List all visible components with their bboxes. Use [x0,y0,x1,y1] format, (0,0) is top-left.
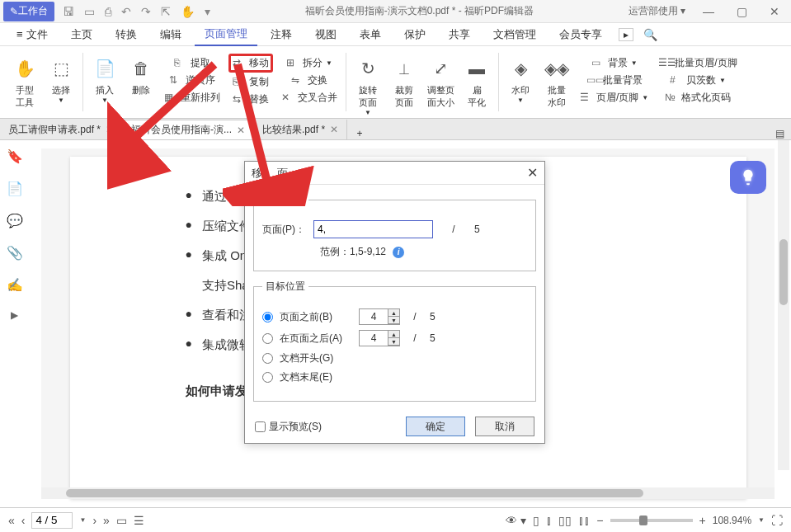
reverse-button[interactable]: ⇅逆页序 [167,73,217,88]
select-button[interactable]: ⬚选择▼ [46,51,76,106]
layout-continuous-icon[interactable]: ⫿ [546,514,552,527]
open-icon[interactable]: ▭ [84,5,95,18]
scrollbar-thumb[interactable] [66,489,643,497]
spin-down-icon[interactable]: ▼ [388,338,399,346]
zoom-out-button[interactable]: − [596,514,603,527]
hand-tool-button[interactable]: ✋手型 工具 [10,51,40,111]
view-mode-icon[interactable]: ▭ [116,514,127,527]
view-mode-icon[interactable]: ☰ [134,514,144,527]
export-icon[interactable]: ⇱ [161,5,171,18]
pages-icon[interactable]: 📄 [7,181,23,196]
workspace-button[interactable]: ✎ 工作台 [3,2,54,21]
menu-edit[interactable]: 编辑 [150,24,191,45]
layout-facing-icon[interactable]: ▯▯ [558,514,572,527]
tab-overflow-icon[interactable]: ▤ [775,128,784,139]
menu-convert[interactable]: 转换 [106,24,147,45]
spin-up-icon[interactable]: ▲ [388,331,399,338]
ok-button[interactable]: 确定 [406,417,465,436]
header-footer-button[interactable]: ☰页眉/页脚 ▼ [578,90,650,106]
spin-up-icon[interactable]: ▲ [388,309,399,317]
swap-button[interactable]: ⇋交换 [290,73,329,88]
redo-icon[interactable]: ↷ [141,5,151,18]
page-spinner[interactable]: 4▲▼ [359,330,400,346]
zoom-slider[interactable] [610,519,693,522]
merge-button[interactable]: ✕交叉合并 [280,90,339,106]
menu-vip[interactable]: 会员专享 [549,24,612,45]
user-label[interactable]: 运营部使用 ▾ [629,4,685,18]
page-spinner[interactable]: 4▲▼ [359,308,400,325]
close-window-button[interactable]: ✕ [758,5,791,18]
save-icon[interactable]: 🖫 [63,5,74,18]
radio-input[interactable] [262,372,273,383]
batch-background-button[interactable]: ▭▭批量背景 [585,73,644,88]
spin-down-icon[interactable]: ▼ [388,317,399,324]
comments-icon[interactable]: 💬 [7,213,23,228]
rearrange-button[interactable]: ▦重新排列 [162,90,222,106]
watermark-button[interactable]: ◈水印▼ [506,51,535,106]
close-tab-icon[interactable]: ✕ [237,125,245,136]
extract-button[interactable]: ⎘提取 [172,55,212,71]
close-tab-icon[interactable]: ✕ [330,124,338,135]
menu-comment[interactable]: 注释 [261,24,302,45]
show-preview-checkbox[interactable]: 显示预览(S) [255,420,322,434]
zoom-dropdown-icon[interactable]: ▼ [758,516,765,524]
hand-icon[interactable]: ✋ [181,5,195,18]
radio-doc-end[interactable]: 文档末尾(E) [262,370,527,384]
scrollbar-thumb[interactable] [779,239,788,305]
replace-button[interactable]: ⇆替换 [231,92,271,107]
flatten-button[interactable]: ▬扁 平化 [462,51,492,111]
previous-page-button[interactable]: ‹ [21,514,26,527]
minimize-button[interactable]: — [692,5,725,18]
layout-single-icon[interactable]: ▯ [533,514,539,527]
bates-button[interactable]: #贝茨数 ▼ [668,73,727,88]
radio-input[interactable] [262,312,273,322]
search-icon[interactable]: 🔍 [643,28,657,41]
radio-input[interactable] [262,353,273,364]
batch-watermark-button[interactable]: ◈◈批量 水印 [542,51,572,111]
radio-input[interactable] [262,333,273,344]
menu-home[interactable]: 主页 [61,24,102,45]
visibility-icon[interactable]: 👁 ▾ [506,514,526,527]
next-page-button[interactable]: › [92,514,97,527]
batch-header-footer-button[interactable]: ☰☰批量页眉/页脚 [657,55,738,71]
maximize-button[interactable]: ▢ [725,5,758,18]
menu-docmgmt[interactable]: 文档管理 [483,24,546,45]
expand-sidenav-icon[interactable]: ▶ [11,309,18,321]
page-range-input[interactable] [313,220,433,238]
menu-scroll-right[interactable]: ▸ [619,28,633,41]
document-tab[interactable]: 员工请假申请表.pdf *✕ [0,120,123,139]
vertical-scrollbar[interactable] [778,140,789,470]
info-icon[interactable]: i [393,247,404,258]
hint-bulb-button[interactable] [730,161,766,194]
copy-button[interactable]: ⎘复制 [231,74,271,90]
insert-button[interactable]: 📄插入▼ [90,51,120,106]
move-button[interactable]: ⇄移动 [228,54,273,73]
horizontal-scrollbar[interactable] [41,487,775,499]
resize-button[interactable]: ⤢调整页 面大小 [426,51,455,111]
document-tab[interactable]: 比较结果.pdf *✕ [254,120,347,139]
first-page-button[interactable]: « [8,514,15,527]
zoom-level-label[interactable]: 108.94% [713,515,751,526]
menu-form[interactable]: 表单 [350,24,391,45]
split-button[interactable]: ⊞拆分 ▼ [285,55,334,71]
last-page-button[interactable]: » [103,514,110,527]
signature-icon[interactable]: ✍ [7,277,23,293]
fullscreen-button[interactable]: ⛶ [771,514,783,527]
zoom-in-button[interactable]: + [699,514,706,527]
menu-protect[interactable]: 保护 [394,24,436,45]
cancel-button[interactable]: 取消 [475,417,534,436]
dialog-close-button[interactable]: ✕ [527,165,538,181]
radio-after-page[interactable]: 在页面之后(A) 4▲▼ / 5 [262,330,527,346]
file-menu[interactable]: ≡ 文件 [7,24,58,45]
print-icon[interactable]: ⎙ [105,5,111,18]
menu-share[interactable]: 共享 [439,24,480,45]
document-tab[interactable]: 福昕会员使用指南-演...✕ [123,120,254,139]
format-pagenum-button[interactable]: №格式化页码 [663,90,732,106]
close-tab-icon[interactable]: ✕ [106,124,114,135]
bookmark-icon[interactable]: 🔖 [7,148,23,164]
menu-view[interactable]: 视图 [305,24,346,45]
radio-before-page[interactable]: 页面之前(B) 4▲▼ / 5 [262,308,527,325]
undo-icon[interactable]: ↶ [121,5,131,18]
page-dropdown-icon[interactable]: ▼ [79,516,86,524]
add-tab-button[interactable]: + [347,128,372,139]
